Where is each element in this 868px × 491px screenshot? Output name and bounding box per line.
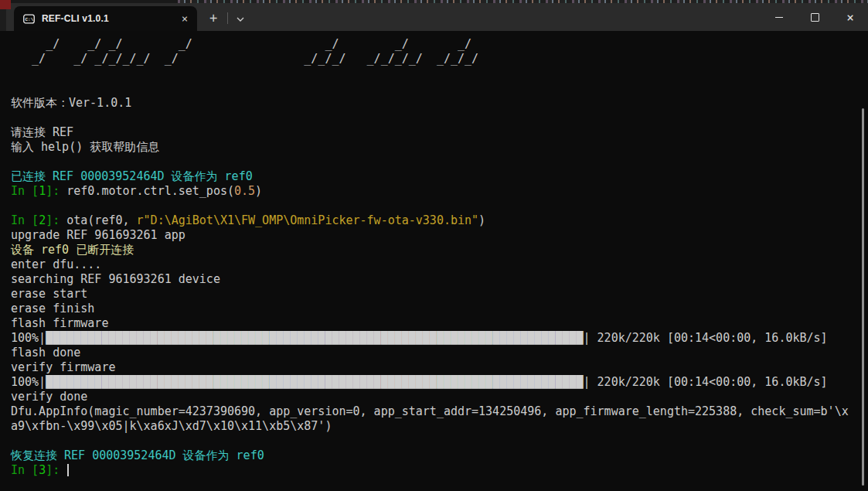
terminal-line: flash firmware bbox=[11, 316, 868, 331]
terminal-tab[interactable]: C:\ REF-CLI v1.0.1 × bbox=[14, 6, 197, 31]
terminal-line bbox=[11, 434, 868, 448]
terminal-line: 100%|███████████████████████████████████… bbox=[11, 375, 868, 390]
terminal-line: erase start bbox=[11, 287, 868, 302]
terminal-line: a9\xfbn-\x99\x05|k\xa6xJ\xd7\x10\x11\xb5… bbox=[11, 419, 868, 434]
terminal-line: flash done bbox=[11, 346, 868, 360]
terminal-line: 软件版本：Ver-1.0.1 bbox=[11, 96, 868, 111]
terminal-line: upgrade REF 961693261 app bbox=[11, 228, 868, 243]
maximize-button[interactable] bbox=[797, 3, 832, 31]
tab-dropdown-button[interactable] bbox=[230, 6, 250, 29]
tab-title: REF-CLI v1.0.1 bbox=[42, 13, 175, 24]
terminal-line bbox=[11, 66, 868, 81]
svg-text:C:\: C:\ bbox=[25, 16, 33, 22]
terminal-line bbox=[11, 81, 868, 96]
new-tab-button[interactable]: + bbox=[202, 6, 225, 29]
background-accent-square bbox=[0, 0, 11, 9]
terminal-line: 输入 help() 获取帮助信息 bbox=[11, 140, 868, 155]
terminal-line: verify done bbox=[11, 390, 868, 404]
terminal-line: 请连接 REF bbox=[11, 125, 868, 140]
maximize-icon bbox=[811, 13, 819, 22]
terminal-line: Dfu.AppInfo(magic_number=4237390690, app… bbox=[11, 404, 868, 419]
terminal-line: verify firmware bbox=[11, 360, 868, 375]
terminal-line: searching REF 961693261 device bbox=[11, 272, 868, 287]
command-prompt-icon: C:\ bbox=[23, 13, 35, 25]
terminal-line: enter dfu.... bbox=[11, 257, 868, 272]
terminal-line: In [2]: ota(ref0, r"D:\AgiBot\X1\FW_OMP\… bbox=[11, 213, 868, 228]
terminal-line: 已连接 REF 00003952464D 设备作为 ref0 bbox=[11, 169, 868, 184]
tab-bar-divider bbox=[227, 12, 228, 24]
text-cursor bbox=[67, 464, 69, 476]
terminal-line: 恢复连接 REF 00003952464D 设备作为 ref0 bbox=[11, 448, 868, 463]
terminal-line: In [3]: bbox=[11, 463, 868, 478]
minimize-button[interactable] bbox=[761, 3, 797, 31]
terminal-line bbox=[11, 111, 868, 125]
titlebar-drag-region[interactable] bbox=[250, 3, 761, 31]
close-button[interactable]: × bbox=[832, 3, 868, 31]
terminal-line: 100%|███████████████████████████████████… bbox=[11, 331, 868, 346]
terminal-window: C:\ REF-CLI v1.0.1 × + × _/ _/ _/ _/ bbox=[0, 0, 868, 491]
chevron-down-icon bbox=[237, 12, 244, 24]
terminal-line: erase finish bbox=[11, 302, 868, 316]
terminal-line: _/ _/ _/ _/ _/ _/ _/ bbox=[11, 37, 868, 52]
tab-close-button[interactable]: × bbox=[175, 9, 194, 28]
scrollbar-thumb[interactable] bbox=[862, 108, 864, 486]
terminal-line bbox=[11, 155, 868, 169]
minimize-icon bbox=[775, 17, 783, 18]
terminal-line: In [1]: ref0.motor.ctrl.set_pos(0.5) bbox=[11, 184, 868, 199]
terminal-line bbox=[11, 199, 868, 213]
terminal-output[interactable]: _/ _/ _/ _/ _/ _/ _/ _/ _/ _/_/_/_/ _/ _… bbox=[0, 31, 868, 491]
terminal-line: 设备 ref0 已断开连接 bbox=[11, 243, 868, 257]
title-bar[interactable]: C:\ REF-CLI v1.0.1 × + × bbox=[0, 3, 868, 31]
terminal-line: _/ _/ _/_/_/_/ _/ _/_/_/ _/_/_/_/ _/_/_/ bbox=[11, 52, 868, 66]
